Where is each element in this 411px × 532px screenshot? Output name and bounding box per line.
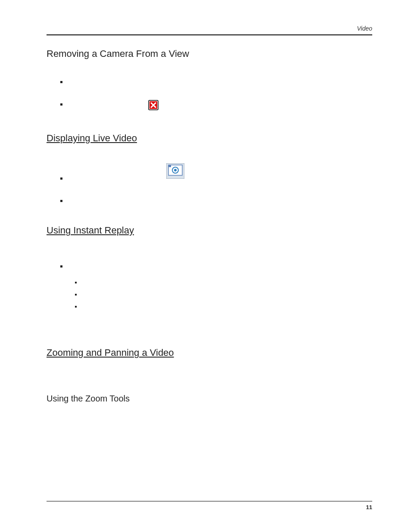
heading-zoom-tools: Using the Zoom Tools [47, 394, 372, 404]
heading-live-video: Displaying Live Video [47, 133, 372, 144]
heading-remove-camera: Removing a Camera From a View [47, 48, 372, 59]
list-item [62, 196, 372, 204]
header-rule [47, 34, 372, 35]
footer-rule [47, 501, 372, 501]
bullets-instant-replay [62, 262, 372, 270]
svg-point-6 [174, 169, 177, 171]
bullets-live-video [62, 174, 372, 204]
close-icon [148, 100, 159, 112]
heading-zoom-pan: Zooming and Panning a Video [47, 347, 372, 358]
list-item [62, 100, 372, 112]
bullets-remove-camera [62, 78, 372, 112]
live-view-icon [166, 163, 184, 180]
page-footer: 11 [47, 501, 372, 510]
list-item [77, 279, 372, 284]
running-head: Video [47, 25, 372, 34]
list-item [62, 174, 372, 182]
list-item [62, 78, 372, 85]
svg-rect-4 [168, 165, 171, 167]
list-item [77, 291, 372, 296]
page-number: 11 [47, 504, 372, 510]
heading-instant-replay: Using Instant Replay [47, 225, 372, 236]
list-item [77, 303, 372, 308]
list-item [62, 262, 372, 270]
page: Video Removing a Camera From a View Disp… [0, 0, 411, 532]
sub-bullets-instant-replay [77, 279, 372, 308]
